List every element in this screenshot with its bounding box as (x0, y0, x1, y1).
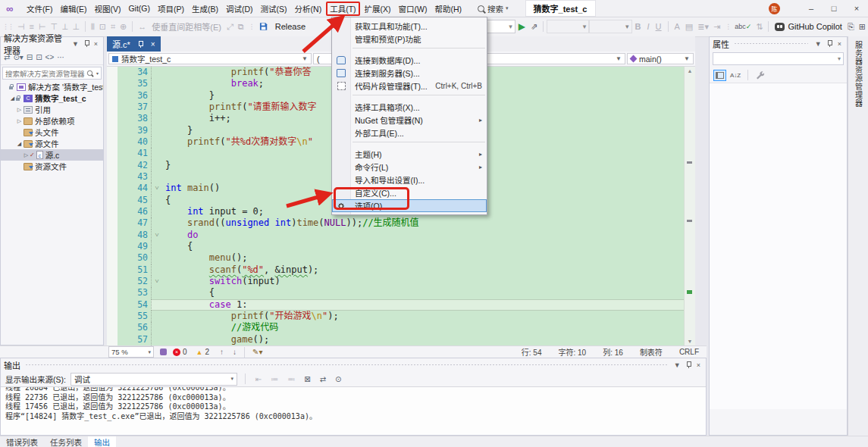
solution-configuration-combo[interactable]: Release (275, 22, 306, 31)
feedback-icon[interactable] (160, 349, 167, 355)
status-tabs[interactable]: 制表符 (640, 346, 663, 358)
output-source-combo[interactable]: 调试 ▾ (71, 373, 237, 386)
code-line-54[interactable]: 54 case 1: (107, 299, 685, 311)
properties-object-combo[interactable]: ▾ (713, 52, 844, 65)
save-icon[interactable] (259, 22, 268, 31)
zoom-level-combo[interactable]: 75 % ▾ (108, 346, 154, 358)
preview-code-icon[interactable]: <> (45, 53, 55, 61)
output-log[interactable]: 线程 20884 已退出，返回值为 3221225786 (0xc000013a… (1, 386, 706, 435)
code-text[interactable]: //游戏代码 (162, 322, 685, 333)
code-text[interactable]: { (162, 241, 685, 252)
share-icon[interactable]: ⎘ (848, 22, 854, 32)
expander-icon[interactable]: ◢ (16, 141, 23, 147)
menu-工具(T)[interactable]: 工具(T) (326, 2, 359, 16)
tools-menu-item[interactable]: 连接到数据库(D)... (332, 54, 487, 67)
indicator-margin[interactable] (107, 67, 118, 78)
tools-menu-item[interactable]: 连接到服务器(S)... (332, 67, 487, 80)
document-tab[interactable]: 源.c* × (107, 36, 161, 52)
switch-views-icon[interactable]: ⇄ (4, 53, 10, 61)
properties-icon[interactable]: ⊡ (36, 53, 42, 61)
font-color-icon[interactable]: A (674, 22, 679, 31)
expander-icon[interactable]: ▷ (23, 152, 30, 158)
indicator-margin[interactable] (107, 113, 118, 124)
same-width-icon[interactable]: ⫴ (91, 22, 95, 32)
panel-drag-texture[interactable] (25, 363, 667, 367)
zoom-tool-icon[interactable]: ⊕ (120, 22, 127, 32)
error-count[interactable]: 0 (183, 348, 187, 356)
align-right-edges-icon[interactable]: ⊢ (39, 22, 46, 32)
italic-icon[interactable]: I (647, 22, 650, 31)
code-text[interactable]: game(); (162, 334, 685, 345)
tree-item-源.c[interactable]: ▷✓c源.c (1, 149, 103, 161)
expander-icon[interactable]: ◢ (9, 95, 16, 102)
indicator-margin[interactable] (107, 334, 118, 345)
align-tops-icon[interactable]: ⊤ (51, 22, 58, 32)
indicator-margin[interactable] (107, 195, 118, 206)
github-copilot-icon[interactable] (775, 23, 785, 31)
highlight-icon[interactable]: ▤ (685, 22, 693, 32)
maximize-button[interactable]: □ (823, 4, 845, 13)
bring-to-front-icon[interactable]: ⧉ (238, 22, 244, 32)
tools-menu-item[interactable]: 命令行(L)▸ (332, 161, 487, 173)
menu-窗口(W)[interactable]: 窗口(W) (396, 2, 431, 16)
tree-item-猜数字_test_c[interactable]: ◢C猜数字_test_c (1, 92, 103, 104)
bottom-tab-输出[interactable]: 输出 (88, 436, 116, 447)
fold-collapse-icon[interactable]: ˅ (151, 183, 162, 194)
previous-message-icon[interactable]: ≔ (271, 375, 278, 383)
indicator-margin[interactable] (107, 217, 118, 229)
indicator-margin[interactable] (107, 322, 118, 333)
indicator-margin[interactable] (107, 241, 118, 252)
code-text[interactable]: srand((unsigned int)time(NULL));//生成随机值 (162, 217, 685, 229)
status-eol[interactable]: CRLF (679, 348, 699, 356)
align-left-edges-icon[interactable]: ⊣ (17, 22, 25, 32)
code-text[interactable]: switch(input) (162, 276, 685, 287)
horizontal-spacing-icon[interactable]: ↔ (138, 22, 146, 31)
menu-编辑(E)[interactable]: 编辑(E) (57, 2, 89, 16)
tools-menu-item[interactable]: NuGet 包管理器(N)▸ (332, 114, 487, 127)
close-button[interactable]: × (845, 4, 868, 13)
indicator-margin[interactable] (107, 299, 118, 311)
expander-icon[interactable]: ▷ (16, 107, 23, 113)
alphabetical-sort-icon[interactable]: A↓Z (730, 72, 741, 79)
toolbar-grip[interactable]: ⋮⋮ (2, 23, 13, 30)
menu-分析(N)[interactable]: 分析(N) (292, 2, 325, 16)
code-line-51[interactable]: 51 scanf("%d", &input); (107, 264, 685, 276)
indicator-margin[interactable] (107, 78, 118, 89)
code-line-53[interactable]: 53 { (107, 287, 685, 299)
bottom-tab-任务列表[interactable]: 任务列表 (44, 436, 88, 447)
close-icon[interactable]: × (94, 40, 98, 48)
bottom-tab-错误列表[interactable]: 错误列表 (0, 436, 44, 447)
code-text[interactable]: { (162, 287, 685, 299)
menu-视图(V)[interactable]: 视图(V) (91, 2, 124, 16)
tree-item-头文件[interactable]: 头文件 (1, 127, 103, 138)
indicator-margin[interactable] (107, 136, 118, 148)
avatar[interactable]: 陈 (769, 3, 780, 14)
pin-icon[interactable] (137, 41, 144, 48)
indent-icon[interactable]: ⇥ (713, 22, 720, 32)
indicator-margin[interactable] (107, 276, 118, 287)
code-line-49[interactable]: 49 { (107, 241, 685, 252)
tools-menu-item[interactable]: 获取工具和功能(T)... (332, 20, 487, 33)
tree-item-源文件[interactable]: ◢源文件 (1, 138, 103, 149)
project-dropdown[interactable]: 猜数字_test_c ▼ (108, 53, 312, 64)
tools-menu-item[interactable]: 代码片段管理器(T)...Ctrl+K, Ctrl+B (332, 80, 487, 92)
scroll-down-icon[interactable]: ▼ (685, 337, 695, 345)
menu-调试(D)[interactable]: 调试(D) (223, 2, 256, 16)
code-text[interactable]: case 1: (162, 299, 685, 311)
align-bottoms-icon[interactable]: ⊥ (73, 22, 80, 32)
symbol-dropdown[interactable]: main() ▼ (627, 53, 694, 64)
tools-menu-item[interactable]: 管理和预览(P)功能 (332, 33, 487, 45)
categorized-icon[interactable] (713, 70, 726, 81)
sort-icon[interactable]: ⇅ (756, 22, 763, 32)
tree-item-资源文件[interactable]: 资源文件 (1, 161, 103, 172)
fold-collapse-icon[interactable]: ˅ (151, 276, 162, 287)
tools-menu-item[interactable]: 选择工具箱项(X)... (332, 101, 487, 114)
code-text[interactable]: printf("开始游戏\n"); (162, 311, 685, 322)
menu-扩展(X)[interactable]: 扩展(X) (362, 2, 394, 16)
indicator-margin[interactable] (107, 90, 118, 102)
code-line-48[interactable]: 48˅ do (107, 230, 685, 241)
previous-issue-icon[interactable]: ↑ (220, 348, 224, 356)
code-line-55[interactable]: 55 printf("开始游戏\n"); (107, 311, 685, 322)
code-text[interactable]: scanf("%d", &input); (162, 264, 685, 276)
indicator-margin[interactable] (107, 264, 118, 276)
